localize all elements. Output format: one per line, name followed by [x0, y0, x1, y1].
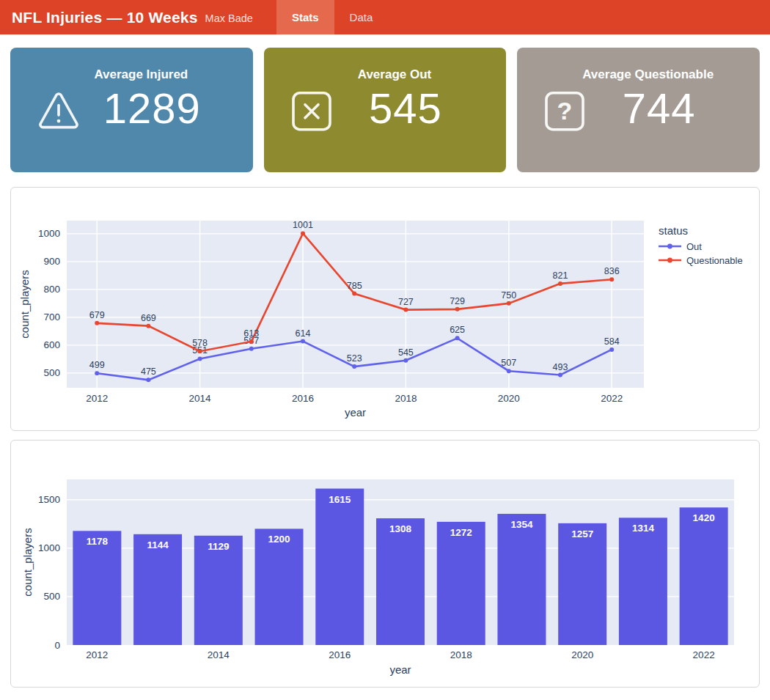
bar	[619, 517, 667, 645]
y-tick-label: 700	[43, 312, 60, 323]
x-tick-label: 2022	[693, 649, 715, 660]
bar-label: 1257	[571, 528, 593, 539]
data-label: 507	[501, 358, 516, 368]
bar-label: 1272	[450, 527, 472, 538]
data-label: 523	[347, 353, 362, 364]
bar	[376, 518, 425, 645]
data-point	[609, 347, 614, 352]
y-tick-label: 1000	[38, 542, 60, 553]
data-point	[507, 369, 511, 373]
data-label: 493	[553, 362, 568, 372]
x-tick-label: 2018	[395, 393, 417, 404]
header-brand: NFL Injuries — 10 Weeks Max Bade	[0, 0, 253, 34]
y-tick-label: 900	[43, 256, 60, 267]
data-point	[249, 339, 254, 344]
bar-label: 1129	[208, 541, 229, 552]
bar-label: 1178	[87, 536, 109, 547]
app-title: NFL Injuries — 10 Weeks	[12, 9, 198, 26]
bar	[255, 528, 304, 645]
y-tick-label: 500	[43, 367, 60, 378]
data-point	[507, 301, 511, 306]
question-square-icon: ?	[543, 90, 586, 136]
data-label: 614	[296, 328, 311, 339]
bar-label: 1308	[389, 523, 412, 534]
tab-stats[interactable]: Stats	[276, 0, 334, 34]
bar	[558, 523, 606, 645]
bar-label: 1615	[329, 494, 351, 505]
data-point	[301, 339, 305, 344]
data-point	[558, 281, 562, 286]
bar-label: 1314	[632, 523, 655, 534]
x-tick-label: 2020	[571, 649, 593, 660]
card-title: Average Injured	[10, 48, 253, 82]
data-point	[198, 349, 202, 353]
warning-triangle-icon	[37, 91, 81, 135]
stat-card-average-out: Average Out 545	[264, 48, 507, 172]
legend-item-out[interactable]: Out	[659, 241, 702, 252]
data-point	[95, 321, 99, 325]
data-point	[146, 324, 150, 328]
y-tick-label: 600	[43, 339, 60, 350]
y-axis-title: count_players	[21, 528, 34, 596]
x-tick-label: 2016	[292, 393, 314, 404]
data-point	[558, 373, 562, 377]
card-title: Average Questionable	[517, 48, 760, 82]
bar	[437, 522, 485, 645]
data-label: 821	[553, 270, 568, 281]
bar	[315, 489, 364, 645]
y-tick-label: 500	[43, 591, 60, 602]
data-label: 625	[450, 325, 465, 335]
bar-label: 1420	[693, 512, 715, 523]
data-point	[352, 292, 356, 296]
data-label: 545	[398, 347, 414, 358]
data-point	[249, 347, 254, 351]
x-tick-label: 2016	[329, 649, 351, 660]
data-point	[95, 371, 99, 375]
data-point	[146, 377, 150, 382]
x-square-icon	[290, 90, 333, 136]
data-label: 679	[89, 310, 105, 320]
legend-title: status	[659, 224, 688, 237]
y-axis-title: count_players	[18, 270, 31, 338]
data-label: 729	[450, 296, 465, 306]
bar	[133, 534, 182, 645]
line-chart-card: 5006007008009001000201220142016201820202…	[10, 187, 760, 431]
data-label: 836	[604, 266, 620, 276]
app-subtitle: Max Bade	[205, 12, 253, 24]
legend-item-questionable[interactable]: Questionable	[659, 255, 743, 266]
data-label: 584	[604, 336, 620, 347]
data-point	[352, 364, 356, 369]
data-point	[403, 358, 408, 363]
y-tick-label: 1000	[38, 228, 60, 239]
y-tick-label: 1500	[38, 494, 60, 505]
app-header: NFL Injuries — 10 Weeks Max Bade Stats D…	[0, 0, 770, 34]
stat-cards-row: Average Injured 1289 Average Out 545 ? A…	[10, 48, 760, 172]
data-label: 578	[192, 338, 208, 348]
x-tick-label: 2022	[601, 393, 623, 404]
x-tick-label: 2020	[498, 393, 520, 404]
data-label: 785	[347, 281, 362, 291]
x-tick-label: 2014	[189, 393, 212, 404]
data-point	[301, 231, 305, 235]
bar-chart-card: 0500100015001178114411291200161513081272…	[10, 440, 760, 688]
tab-data[interactable]: Data	[334, 0, 389, 34]
data-label: 750	[501, 290, 516, 301]
svg-text:Out: Out	[686, 241, 702, 252]
data-label: 499	[89, 360, 105, 370]
tab-bar: Stats Data	[276, 0, 388, 34]
data-point	[455, 307, 460, 312]
y-tick-label: 0	[54, 640, 60, 651]
x-axis-title: year	[389, 663, 411, 676]
x-tick-label: 2014	[208, 649, 230, 660]
data-label: 1001	[293, 220, 313, 230]
x-tick-label: 2012	[86, 393, 108, 404]
stat-card-average-injured: Average Injured 1289	[10, 48, 253, 172]
bar-label: 1144	[147, 539, 169, 550]
stat-card-average-questionable: ? Average Questionable 744	[517, 48, 760, 172]
data-label: 613	[243, 328, 259, 339]
bar	[680, 507, 728, 645]
bar	[194, 536, 243, 645]
svg-text:Questionable: Questionable	[686, 255, 743, 266]
bar-chart: 0500100015001178114411291200161513081272…	[11, 441, 759, 687]
bar	[73, 531, 121, 645]
